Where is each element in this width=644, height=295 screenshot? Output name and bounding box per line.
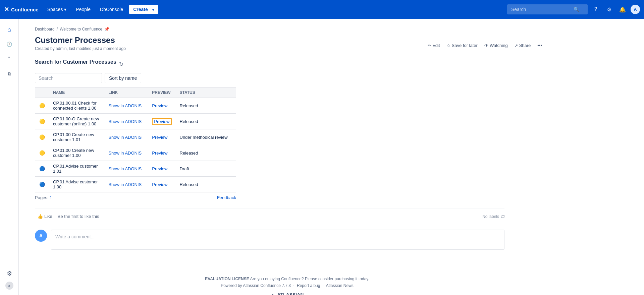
more-actions-button[interactable]: ••• bbox=[535, 42, 545, 49]
section-title: Search for Customer Processes bbox=[35, 59, 116, 65]
show-in-adonis-link[interactable]: Show in ADONIS bbox=[108, 103, 142, 108]
sort-by-name-button[interactable]: Sort by name bbox=[105, 73, 141, 83]
search-icon: 🔍 bbox=[574, 7, 579, 12]
filter-search-input[interactable] bbox=[35, 73, 102, 83]
preview-link[interactable]: Preview bbox=[152, 118, 171, 125]
row-status: Released bbox=[176, 114, 236, 129]
share-button[interactable]: ↗ Share bbox=[512, 42, 534, 49]
watching-button[interactable]: 👁 Watching bbox=[482, 42, 511, 49]
comment-input[interactable]: Write a comment... bbox=[51, 230, 504, 250]
row-preview[interactable]: Preview bbox=[148, 98, 175, 114]
footer: EVALUATION LICENSE Are you enjoying Conf… bbox=[35, 266, 539, 295]
row-preview[interactable]: Preview bbox=[148, 129, 175, 145]
settings-icon: ⚙ bbox=[607, 6, 611, 13]
thumbs-up-icon: 👍 bbox=[38, 214, 43, 219]
page-actions: ✏ Edit ☆ Save for later 👁 Watching ↗ Sha… bbox=[425, 42, 545, 49]
comment-section: A Write a comment... bbox=[35, 230, 504, 250]
notifications-button[interactable]: 🔔 bbox=[617, 4, 628, 15]
show-in-adonis-link[interactable]: Show in ADONIS bbox=[108, 182, 142, 187]
row-link[interactable]: Show in ADONIS bbox=[104, 114, 148, 129]
save-for-later-button[interactable]: ☆ Save for later bbox=[444, 42, 480, 49]
pages-label: Pages: 1 bbox=[35, 195, 52, 200]
show-in-adonis-link[interactable]: Show in ADONIS bbox=[108, 119, 142, 124]
row-icon: 🟡 bbox=[35, 98, 49, 114]
eye-icon: 👁 bbox=[484, 43, 488, 48]
page-1-link[interactable]: 1 bbox=[50, 195, 52, 200]
create-button[interactable]: Create ▾ bbox=[129, 5, 158, 14]
eval-license-label: EVALUATION LICENSE bbox=[205, 277, 249, 281]
row-link[interactable]: Show in ADONIS bbox=[104, 129, 148, 145]
preview-link[interactable]: Preview bbox=[152, 103, 167, 108]
row-icon: 🔵 bbox=[35, 177, 49, 192]
section-header: Search for Customer Processes ↻ bbox=[35, 59, 539, 69]
row-link[interactable]: Show in ADONIS bbox=[104, 177, 148, 192]
row-link[interactable]: Show in ADONIS bbox=[104, 98, 148, 114]
sidebar-item-notes[interactable]: " bbox=[3, 52, 16, 66]
dbconsole-menu[interactable]: DbConsole bbox=[97, 5, 126, 14]
preview-link[interactable]: Preview bbox=[152, 151, 167, 156]
sidebar-settings[interactable]: ⚙ bbox=[3, 267, 16, 280]
eval-text: Are you enjoying Confluence? Please cons… bbox=[250, 277, 369, 281]
edit-button[interactable]: ✏ Edit bbox=[425, 42, 442, 49]
col-link: Link bbox=[104, 87, 148, 98]
powered-by: Powered by Atlassian Confluence 7.7.3 bbox=[221, 283, 291, 288]
confluence-name: Confluence bbox=[11, 7, 39, 12]
customer-processes-table: Name Link Preview Status 🟡CP.01.00.01 Ch… bbox=[35, 87, 236, 192]
notification-icon: 🔔 bbox=[619, 6, 626, 13]
report-bug-link[interactable]: Report a bug bbox=[297, 283, 320, 288]
share-icon: ↗ bbox=[515, 43, 518, 48]
sidebar-item-tasks[interactable]: ⧉ bbox=[3, 67, 16, 80]
breadcrumb-welcome[interactable]: Welcome to Confluence bbox=[60, 27, 102, 32]
table-row: 🟡CP.01.00 Create new customer 1.01Show i… bbox=[35, 129, 236, 145]
table-body: 🟡CP.01.00.01 Check for connected clients… bbox=[35, 98, 236, 192]
search-input[interactable] bbox=[510, 4, 574, 14]
row-preview[interactable]: Preview bbox=[148, 145, 175, 161]
pagination: Pages: 1 Feedback bbox=[35, 195, 236, 200]
row-name: CP.01.00.01 Check for connected clients … bbox=[49, 98, 104, 114]
table-row: 🔵CP.01 Advise customer 1.01Show in ADONI… bbox=[35, 161, 236, 177]
sidebar-item-home[interactable]: ⌂ bbox=[3, 23, 16, 36]
atlassian-news-link[interactable]: Atlassian News bbox=[326, 283, 354, 288]
breadcrumb: Dashboard / Welcome to Confluence 📌 bbox=[35, 27, 539, 32]
main-content: ✏ Edit ☆ Save for later 👁 Watching ↗ Sha… bbox=[19, 19, 555, 295]
table-row: 🟡CP.01.00-O Create new customer (online)… bbox=[35, 114, 236, 129]
row-preview[interactable]: Preview bbox=[148, 161, 175, 177]
global-search[interactable]: 🔍 bbox=[507, 4, 588, 14]
row-icon: 🔵 bbox=[35, 161, 49, 177]
preview-link[interactable]: Preview bbox=[152, 166, 167, 171]
atlassian-name: ATLASSIAN bbox=[277, 292, 304, 295]
interaction-bar: 👍 Like Be the first to like this No labe… bbox=[35, 208, 504, 224]
row-name: CP.01 Advise customer 1.00 bbox=[49, 177, 104, 192]
row-preview[interactable]: Preview bbox=[148, 114, 175, 129]
feedback-link[interactable]: Feedback bbox=[217, 195, 236, 200]
show-in-adonis-link[interactable]: Show in ADONIS bbox=[108, 135, 142, 140]
confluence-logo[interactable]: ✕ Confluence bbox=[4, 6, 39, 13]
search-row: Sort by name bbox=[35, 73, 539, 83]
help-button[interactable]: ? bbox=[590, 4, 601, 15]
row-status: Draft bbox=[176, 161, 236, 177]
commenter-avatar: A bbox=[35, 230, 47, 242]
show-in-adonis-link[interactable]: Show in ADONIS bbox=[108, 151, 142, 156]
spaces-menu[interactable]: Spaces ▾ bbox=[44, 5, 70, 14]
row-icon: 🟡 bbox=[35, 129, 49, 145]
like-button[interactable]: 👍 Like bbox=[35, 213, 55, 220]
row-link[interactable]: Show in ADONIS bbox=[104, 145, 148, 161]
row-link[interactable]: Show in ADONIS bbox=[104, 161, 148, 177]
no-labels: No labels 🏷 bbox=[482, 214, 504, 219]
row-preview[interactable]: Preview bbox=[148, 177, 175, 192]
breadcrumb-dashboard[interactable]: Dashboard bbox=[35, 27, 55, 32]
col-status: Status bbox=[176, 87, 236, 98]
first-like-text: Be the first to like this bbox=[58, 214, 99, 219]
settings-button[interactable]: ⚙ bbox=[604, 4, 614, 15]
sidebar-item-recent[interactable]: 🕐 bbox=[3, 38, 16, 51]
table-header: Name Link Preview Status bbox=[35, 87, 236, 98]
expand-sidebar-button[interactable]: » bbox=[5, 282, 13, 290]
refresh-button[interactable]: ↻ bbox=[119, 61, 123, 67]
preview-link[interactable]: Preview bbox=[152, 182, 167, 187]
user-avatar[interactable]: A bbox=[631, 5, 640, 14]
show-in-adonis-link[interactable]: Show in ADONIS bbox=[108, 166, 142, 171]
table-row: 🟡CP.01.00.01 Check for connected clients… bbox=[35, 98, 236, 114]
left-sidebar: ⌂ 🕐 " ⧉ ⚙ » bbox=[0, 19, 19, 295]
preview-link[interactable]: Preview bbox=[152, 135, 167, 140]
people-menu[interactable]: People bbox=[72, 5, 94, 14]
